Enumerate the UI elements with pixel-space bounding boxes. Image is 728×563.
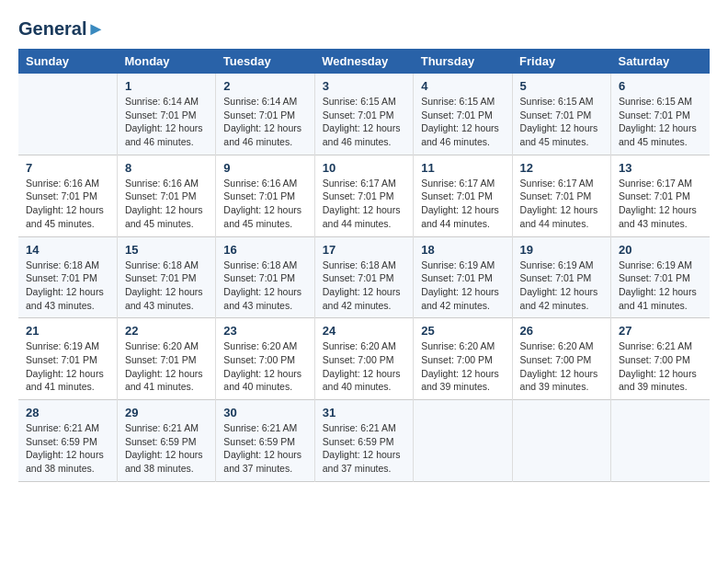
day-info: Sunrise: 6:14 AM Sunset: 7:01 PM Dayligh…: [223, 95, 306, 149]
calendar-week-row: 14Sunrise: 6:18 AM Sunset: 7:01 PM Dayli…: [18, 236, 710, 318]
day-info: Sunrise: 6:17 AM Sunset: 7:01 PM Dayligh…: [421, 177, 504, 231]
day-info: Sunrise: 6:16 AM Sunset: 7:01 PM Dayligh…: [223, 177, 306, 231]
day-number: 24: [323, 324, 405, 338]
day-number: 29: [125, 406, 208, 419]
day-number: 2: [223, 79, 306, 93]
day-info: Sunrise: 6:16 AM Sunset: 7:01 PM Dayligh…: [26, 177, 109, 231]
calendar-cell: [414, 400, 512, 482]
day-info: Sunrise: 6:18 AM Sunset: 7:01 PM Dayligh…: [323, 259, 405, 313]
day-number: 28: [26, 406, 109, 419]
day-number: 17: [323, 243, 405, 257]
calendar-cell: 7Sunrise: 6:16 AM Sunset: 7:01 PM Daylig…: [18, 155, 117, 236]
day-info: Sunrise: 6:20 AM Sunset: 7:00 PM Dayligh…: [223, 339, 306, 394]
calendar-cell: 24Sunrise: 6:20 AM Sunset: 7:00 PM Dayli…: [314, 318, 413, 400]
calendar-cell: 17Sunrise: 6:18 AM Sunset: 7:01 PM Dayli…: [314, 236, 413, 318]
day-info: Sunrise: 6:18 AM Sunset: 7:01 PM Dayligh…: [125, 259, 208, 313]
day-info: Sunrise: 6:21 AM Sunset: 6:59 PM Dayligh…: [223, 421, 306, 476]
calendar-cell: 29Sunrise: 6:21 AM Sunset: 6:59 PM Dayli…: [117, 400, 215, 482]
day-info: Sunrise: 6:15 AM Sunset: 7:01 PM Dayligh…: [520, 95, 603, 149]
calendar-cell: 11Sunrise: 6:17 AM Sunset: 7:01 PM Dayli…: [414, 155, 512, 236]
calendar-cell: 30Sunrise: 6:21 AM Sunset: 6:59 PM Dayli…: [216, 400, 314, 482]
day-info: Sunrise: 6:15 AM Sunset: 7:01 PM Dayligh…: [619, 95, 702, 149]
day-number: 8: [125, 161, 208, 175]
calendar-cell: 9Sunrise: 6:16 AM Sunset: 7:01 PM Daylig…: [216, 155, 314, 236]
calendar-cell: 26Sunrise: 6:20 AM Sunset: 7:00 PM Dayli…: [512, 318, 610, 400]
calendar-cell: 22Sunrise: 6:20 AM Sunset: 7:01 PM Dayli…: [117, 318, 215, 400]
weekday-header-wednesday: Wednesday: [314, 49, 413, 74]
calendar-cell: 16Sunrise: 6:18 AM Sunset: 7:01 PM Dayli…: [216, 236, 314, 318]
calendar-cell: [512, 400, 610, 482]
day-number: 23: [223, 324, 306, 338]
day-info: Sunrise: 6:19 AM Sunset: 7:01 PM Dayligh…: [520, 259, 603, 313]
weekday-header-friday: Friday: [512, 49, 610, 74]
day-number: 9: [223, 161, 306, 175]
day-info: Sunrise: 6:20 AM Sunset: 7:01 PM Dayligh…: [125, 339, 208, 394]
calendar-body: 1Sunrise: 6:14 AM Sunset: 7:01 PM Daylig…: [18, 74, 710, 481]
day-info: Sunrise: 6:20 AM Sunset: 7:00 PM Dayligh…: [323, 339, 405, 394]
calendar-cell: 5Sunrise: 6:15 AM Sunset: 7:01 PM Daylig…: [512, 74, 610, 155]
day-info: Sunrise: 6:20 AM Sunset: 7:00 PM Dayligh…: [520, 339, 603, 394]
day-number: 18: [421, 243, 504, 257]
calendar-cell: 31Sunrise: 6:21 AM Sunset: 6:59 PM Dayli…: [314, 400, 413, 482]
weekday-header-thursday: Thursday: [414, 49, 512, 74]
day-number: 3: [323, 79, 405, 93]
weekday-header-monday: Monday: [117, 49, 215, 74]
calendar-cell: 8Sunrise: 6:16 AM Sunset: 7:01 PM Daylig…: [117, 155, 215, 236]
calendar-cell: 27Sunrise: 6:21 AM Sunset: 7:00 PM Dayli…: [611, 318, 710, 400]
calendar-cell: 13Sunrise: 6:17 AM Sunset: 7:01 PM Dayli…: [611, 155, 710, 236]
day-info: Sunrise: 6:17 AM Sunset: 7:01 PM Dayligh…: [619, 177, 702, 231]
day-number: 16: [223, 243, 306, 257]
calendar-cell: 1Sunrise: 6:14 AM Sunset: 7:01 PM Daylig…: [117, 74, 215, 155]
calendar-cell: 19Sunrise: 6:19 AM Sunset: 7:01 PM Dayli…: [512, 236, 610, 318]
calendar-cell: 15Sunrise: 6:18 AM Sunset: 7:01 PM Dayli…: [117, 236, 215, 318]
calendar-cell: 18Sunrise: 6:19 AM Sunset: 7:01 PM Dayli…: [414, 236, 512, 318]
calendar-cell: 2Sunrise: 6:14 AM Sunset: 7:01 PM Daylig…: [216, 74, 314, 155]
day-info: Sunrise: 6:17 AM Sunset: 7:01 PM Dayligh…: [323, 177, 405, 231]
calendar-week-row: 28Sunrise: 6:21 AM Sunset: 6:59 PM Dayli…: [18, 400, 710, 482]
calendar-cell: 10Sunrise: 6:17 AM Sunset: 7:01 PM Dayli…: [314, 155, 413, 236]
day-number: 1: [125, 79, 208, 93]
day-number: 12: [520, 161, 603, 175]
logo-brand: General►: [18, 18, 105, 40]
day-number: 25: [421, 324, 504, 338]
calendar-cell: 28Sunrise: 6:21 AM Sunset: 6:59 PM Dayli…: [18, 400, 117, 482]
calendar-cell: 4Sunrise: 6:15 AM Sunset: 7:01 PM Daylig…: [414, 74, 512, 155]
day-number: 6: [619, 79, 702, 93]
logo-general: General: [18, 18, 86, 39]
calendar-header: SundayMondayTuesdayWednesdayThursdayFrid…: [18, 49, 710, 74]
day-info: Sunrise: 6:20 AM Sunset: 7:00 PM Dayligh…: [421, 339, 504, 394]
day-number: 14: [26, 243, 109, 257]
day-info: Sunrise: 6:18 AM Sunset: 7:01 PM Dayligh…: [223, 259, 306, 313]
calendar-cell: 20Sunrise: 6:19 AM Sunset: 7:01 PM Dayli…: [611, 236, 710, 318]
day-info: Sunrise: 6:19 AM Sunset: 7:01 PM Dayligh…: [26, 339, 109, 394]
day-info: Sunrise: 6:15 AM Sunset: 7:01 PM Dayligh…: [421, 95, 504, 149]
day-number: 27: [619, 324, 702, 338]
day-number: 11: [421, 161, 504, 175]
day-number: 30: [223, 406, 306, 419]
day-info: Sunrise: 6:21 AM Sunset: 6:59 PM Dayligh…: [26, 421, 109, 476]
calendar-cell: [18, 74, 117, 155]
weekday-header-saturday: Saturday: [611, 49, 710, 74]
day-number: 10: [323, 161, 405, 175]
calendar-cell: 12Sunrise: 6:17 AM Sunset: 7:01 PM Dayli…: [512, 155, 610, 236]
day-number: 31: [323, 406, 405, 419]
day-info: Sunrise: 6:19 AM Sunset: 7:01 PM Dayligh…: [421, 259, 504, 313]
day-number: 13: [619, 161, 702, 175]
weekday-row: SundayMondayTuesdayWednesdayThursdayFrid…: [18, 49, 710, 74]
logo-triangle-icon: ►: [86, 18, 105, 39]
calendar-cell: 21Sunrise: 6:19 AM Sunset: 7:01 PM Dayli…: [18, 318, 117, 400]
day-info: Sunrise: 6:21 AM Sunset: 6:59 PM Dayligh…: [125, 421, 208, 476]
day-number: 15: [125, 243, 208, 257]
day-info: Sunrise: 6:19 AM Sunset: 7:01 PM Dayligh…: [619, 259, 702, 313]
day-info: Sunrise: 6:17 AM Sunset: 7:01 PM Dayligh…: [520, 177, 603, 231]
day-info: Sunrise: 6:15 AM Sunset: 7:01 PM Dayligh…: [323, 95, 405, 149]
day-number: 20: [619, 243, 702, 257]
calendar-week-row: 21Sunrise: 6:19 AM Sunset: 7:01 PM Dayli…: [18, 318, 710, 400]
calendar-cell: 25Sunrise: 6:20 AM Sunset: 7:00 PM Dayli…: [414, 318, 512, 400]
calendar-cell: [611, 400, 710, 482]
day-number: 5: [520, 79, 603, 93]
day-number: 26: [520, 324, 603, 338]
day-info: Sunrise: 6:21 AM Sunset: 7:00 PM Dayligh…: [619, 339, 702, 394]
day-info: Sunrise: 6:18 AM Sunset: 7:01 PM Dayligh…: [26, 259, 109, 313]
day-number: 19: [520, 243, 603, 257]
